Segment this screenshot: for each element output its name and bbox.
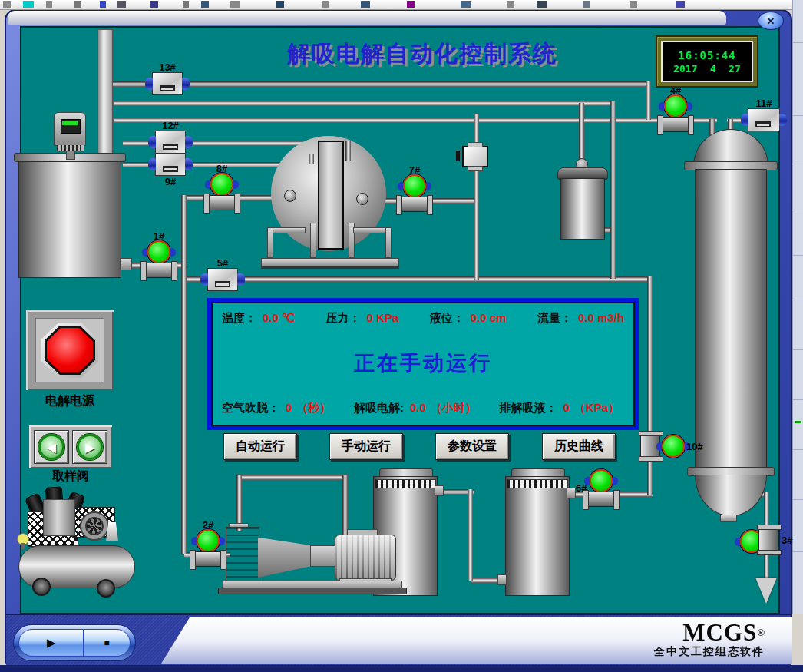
auto-run-button[interactable]: 自动运行 [223, 433, 297, 460]
divider [793, 349, 803, 350]
toolbar-icon-fragment [74, 1, 81, 8]
history-curve-button[interactable]: 历史曲线 [542, 433, 616, 460]
valve-11[interactable]: 11# [748, 108, 780, 131]
valve-indicator [147, 240, 170, 263]
toolbar-icon-fragment [46, 1, 52, 8]
valve-label: 9# [165, 176, 176, 187]
compressor-head [43, 499, 75, 536]
mixing-tank [18, 161, 121, 278]
valve-label: 5# [217, 257, 228, 269]
tank-nozzle [567, 488, 576, 498]
sample-valve-left-button[interactable]: ◀ [34, 430, 69, 464]
transport-controls: ▶ ■ [18, 629, 131, 657]
counter-air-stripping: 空气吹脱：0（秒） [222, 401, 331, 415]
valve-slot [755, 121, 771, 127]
toolbar-icon-fragment [461, 1, 471, 8]
brand-tagline: 全中文工控组态软件 [654, 645, 765, 659]
valve-indicator [590, 469, 613, 492]
toolbar-icon-fragment [537, 1, 547, 8]
pump-motor [335, 535, 396, 581]
sample-valve-right-button[interactable]: ▶ [72, 430, 107, 464]
divider [793, 210, 803, 210]
pipe [184, 276, 653, 282]
clock-lcd: 16:05:44 2017 4 27 [661, 41, 753, 82]
workspace-edge-strip [792, 0, 803, 614]
toolbar-icon-fragment [361, 1, 370, 8]
hmi-screen: ✕ [0, 0, 803, 672]
valve-label: 3# [782, 535, 792, 546]
sphere-center-column [318, 141, 344, 250]
tank-vent-band [375, 479, 436, 488]
valve-slot [163, 144, 178, 150]
toolbar-icon-fragment [230, 1, 240, 8]
electrolysis-power-button[interactable] [47, 328, 93, 372]
tank-vent-band [507, 479, 568, 488]
valve-indicator [662, 435, 685, 458]
pipe [114, 101, 614, 106]
filter-vessel [560, 178, 605, 240]
clock-day: 27 [729, 63, 741, 74]
valve-8[interactable]: 8# [203, 163, 241, 212]
toolbar-icon-fragment [322, 1, 329, 8]
divider [793, 164, 803, 164]
motor-shaft [66, 151, 75, 160]
parameter-settings-button[interactable]: 参数设置 [435, 433, 509, 460]
valve-13[interactable]: 13# [152, 72, 183, 95]
valve-3[interactable]: 3# [737, 524, 803, 559]
edge-marker [795, 421, 801, 423]
valve-5[interactable]: 5# [207, 268, 238, 291]
valve-body [758, 525, 778, 554]
valve-4[interactable]: 4# [656, 84, 695, 134]
valve-slot [160, 85, 175, 91]
toolbar-icon-fragment [276, 1, 284, 8]
green-ring: ◀ [38, 434, 64, 460]
divider [793, 449, 803, 450]
valve-1[interactable]: 1# [140, 230, 178, 280]
play-icon: ▶ [47, 636, 56, 650]
pump-base [218, 588, 407, 594]
clock-year: 2017 [673, 63, 697, 74]
toolbar-icon-fragment [583, 1, 590, 8]
mcgs-logo: MCGS [682, 619, 757, 646]
compressor-fan [85, 517, 104, 535]
measurements-row: 温度：0.0 ℃ 压力：0 KPa 液位：0.0 cm 流量：0.0 m3/h [211, 302, 635, 326]
close-icon[interactable]: ✕ [758, 12, 784, 30]
toolbar-icon-fragment [183, 1, 189, 8]
support-leg [267, 227, 273, 258]
clock-month: 4 [710, 63, 716, 74]
run-status-text: 正在手动运行 [211, 349, 635, 377]
compressor-wheel [97, 579, 115, 598]
measurement-flow: 流量：0.0 m3/h [537, 311, 624, 326]
pump-volute [226, 527, 259, 582]
divider [793, 255, 803, 256]
valve-7[interactable]: 7# [395, 164, 434, 214]
valve-body [658, 117, 693, 132]
clock-time: 16:05:44 [663, 49, 752, 61]
power-button-label: 电解电源 [26, 393, 114, 409]
toolbar-icon-fragment [150, 1, 158, 8]
valve-9[interactable]: 9# [155, 153, 186, 176]
valve-10[interactable]: 10# [634, 429, 703, 464]
sphere-nozzle [284, 190, 296, 202]
tank-nozzle [497, 574, 507, 585]
vent-stack [97, 29, 113, 159]
stop-button[interactable]: ■ [84, 630, 130, 656]
valve-12[interactable]: 12# [155, 131, 186, 154]
motor-indicator [62, 121, 78, 125]
arrow-right-icon: ▶ [85, 442, 94, 453]
valve-indicator [210, 173, 233, 196]
manual-run-button[interactable]: 手动运行 [329, 433, 403, 460]
pipe [110, 81, 649, 87]
tank-nozzle [435, 485, 444, 496]
toolbar-icon-fragment [676, 1, 685, 8]
valve-6[interactable]: 6# [582, 459, 620, 508]
valve-indicator [664, 94, 687, 118]
play-button[interactable]: ▶ [19, 630, 84, 656]
measurement-level: 液位：0.0 cm [430, 311, 507, 326]
valve-2[interactable]: 2# [189, 519, 227, 568]
counter-electrolysis: 解吸电解:0.0（小时） [354, 401, 477, 415]
divider [793, 499, 803, 500]
valve-body [583, 492, 619, 507]
brand-box: MCGS® 全中文工控组态软件 [654, 621, 765, 659]
toolbar-strip [0, 0, 803, 10]
